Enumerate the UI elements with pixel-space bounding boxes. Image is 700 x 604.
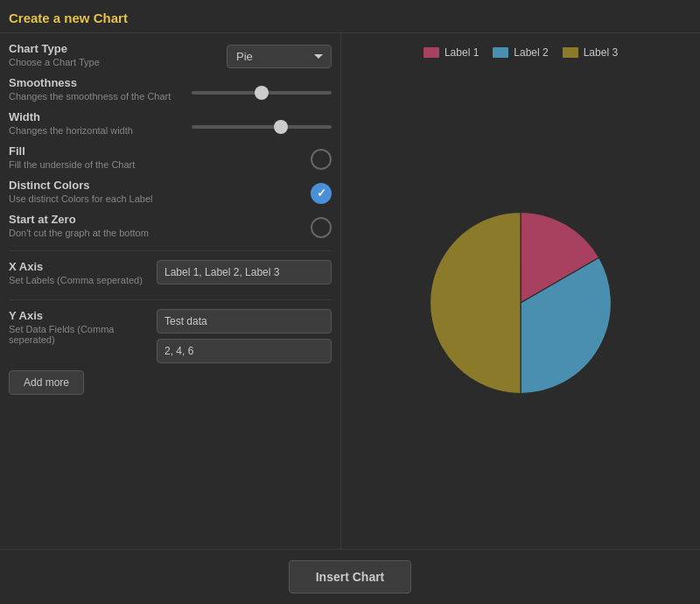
fill-row: Fill Fill the underside of the Chart: [9, 144, 332, 173]
start-at-zero-toggle[interactable]: [311, 217, 332, 238]
width-label: Width: [9, 110, 192, 123]
y-axis-dataset-values-input[interactable]: [157, 339, 332, 363]
smoothness-row: Smoothness Changes the smoothness of the…: [9, 76, 332, 105]
x-axis-sublabel: Set Labels (Comma seperated): [9, 275, 143, 285]
content-area: Chart Type Choose a Chart Type Pie Bar L…: [0, 33, 700, 549]
insert-chart-button[interactable]: Insert Chart: [289, 560, 412, 593]
main-container: Create a new Chart Chart Type Choose a C…: [0, 0, 700, 604]
legend-label-1: Label 1: [444, 46, 479, 59]
legend-swatch-2: [493, 47, 508, 58]
fill-sublabel: Fill the underside of the Chart: [9, 159, 311, 170]
legend: Label 1 Label 2 Label 3: [354, 46, 687, 59]
legend-item-3: Label 3: [563, 46, 618, 59]
legend-label-2: Label 2: [514, 46, 548, 59]
fill-label: Fill: [9, 144, 311, 158]
legend-item-2: Label 2: [493, 46, 548, 59]
separator-1: [9, 250, 332, 251]
chart-type-select[interactable]: Pie Bar Line Doughnut: [227, 45, 332, 68]
distinct-colors-sublabel: Use distinct Colors for each Label: [9, 193, 311, 204]
separator-2: [9, 299, 332, 300]
legend-swatch-1: [424, 47, 439, 58]
footer-bar: Insert Chart: [0, 549, 700, 604]
chart-type-row: Chart Type Choose a Chart Type Pie Bar L…: [9, 42, 332, 71]
page-title: Create a new Chart: [9, 11, 128, 25]
legend-label-3: Label 3: [584, 46, 618, 59]
width-row: Width Changes the horizontal width: [9, 110, 332, 139]
fill-toggle[interactable]: [311, 149, 332, 170]
x-axis-section: X Axis Set Labels (Comma seperated): [9, 260, 332, 291]
start-at-zero-row: Start at Zero Don't cut the graph at the…: [9, 213, 332, 242]
title-bar: Create a new Chart: [0, 0, 700, 33]
legend-item-1: Label 1: [424, 46, 479, 59]
left-panel: Chart Type Choose a Chart Type Pie Bar L…: [0, 33, 341, 549]
pie-chart: [420, 202, 621, 404]
pie-segment-3: [430, 212, 522, 393]
y-axis-dataset-name-input[interactable]: [157, 309, 332, 334]
distinct-colors-row: Distinct Colors Use distinct Colors for …: [9, 179, 332, 207]
distinct-colors-toggle[interactable]: [311, 183, 332, 204]
smoothness-label: Smoothness: [9, 76, 192, 89]
distinct-colors-label: Distinct Colors: [9, 179, 311, 192]
smoothness-slider[interactable]: [192, 91, 332, 95]
pie-chart-wrapper: [420, 69, 621, 536]
chart-type-sublabel: Choose a Chart Type: [9, 57, 227, 67]
smoothness-sublabel: Changes the smoothness of the Chart: [9, 91, 192, 102]
x-axis-label: X Axis: [9, 260, 143, 273]
legend-swatch-3: [563, 47, 578, 58]
right-panel: Label 1 Label 2 Label 3: [341, 33, 700, 549]
start-at-zero-sublabel: Don't cut the graph at the bottom: [9, 228, 311, 238]
x-axis-input[interactable]: [157, 260, 332, 284]
y-axis-sublabel: Set Data Fields (Comma seperated): [9, 324, 150, 345]
width-sublabel: Changes the horizontal width: [9, 125, 192, 136]
y-axis-section: Y Axis Set Data Fields (Comma seperated)…: [9, 309, 332, 395]
add-more-button[interactable]: Add more: [9, 370, 84, 395]
y-axis-label: Y Axis: [9, 309, 150, 322]
width-slider[interactable]: [192, 125, 332, 129]
chart-type-label: Chart Type: [9, 42, 227, 55]
start-at-zero-label: Start at Zero: [9, 213, 311, 226]
